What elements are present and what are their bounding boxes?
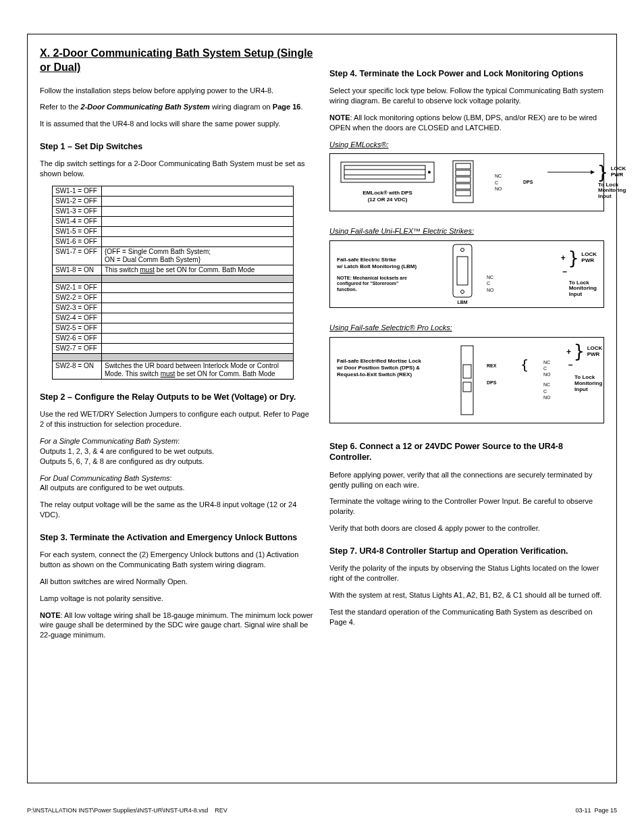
svg-rect-6 bbox=[456, 163, 471, 169]
step1-title: Step 1 – Set Dip Switches bbox=[40, 141, 315, 152]
footer: P:\INSTALLATION INST\Power Supplies\INST… bbox=[27, 807, 617, 814]
svg-rect-7 bbox=[456, 170, 471, 176]
section-title: X. 2-Door Communicating Bath System Setu… bbox=[40, 47, 315, 75]
step4-title: Step 4. Terminate the Lock Power and Loc… bbox=[329, 68, 604, 79]
svg-rect-17 bbox=[461, 346, 473, 415]
step3-p1: For each system, connect the (2) Emergen… bbox=[40, 550, 315, 570]
step2-single: For a Single Communicating Bath System: … bbox=[40, 436, 315, 467]
emlock-icon bbox=[340, 161, 435, 184]
left-column: X. 2-Door Communicating Bath System Setu… bbox=[40, 47, 315, 775]
right-column: Step 4. Terminate the Lock Power and Loc… bbox=[329, 47, 604, 775]
step6-p2: Terminate the voltage wiring to the Cont… bbox=[329, 496, 604, 517]
strike-icon bbox=[450, 243, 475, 298]
svg-rect-9 bbox=[456, 184, 471, 189]
step7-title: Step 7. UR4-8 Controller Startup and Ope… bbox=[329, 546, 604, 556]
intro-3: It is assumed that the UR4-8 and locks w… bbox=[40, 119, 315, 129]
svg-rect-18 bbox=[463, 365, 471, 378]
using-selectric: Using Fail-safe Selectric® Pro Locks: bbox=[329, 323, 604, 333]
svg-rect-1 bbox=[344, 165, 425, 179]
step3-note: NOTE: All low voltage wiring shall be 18… bbox=[40, 610, 315, 641]
svg-point-4 bbox=[428, 171, 431, 174]
step3-p3: Lamp voltage is not polarity sensitive. bbox=[40, 594, 315, 604]
svg-rect-10 bbox=[456, 190, 471, 196]
using-uniflex: Using Fail-safe Uni-FLEX™ Electric Strik… bbox=[329, 226, 604, 236]
step7-p2: With the system at rest, Status Lights A… bbox=[329, 590, 604, 600]
diagram-uniflex: Fail-safe Electric Strike w/ Latch Bolt … bbox=[329, 240, 604, 308]
step6-p1: Before applying power, verify that all t… bbox=[329, 470, 604, 490]
content-frame: X. 2-Door Communicating Bath System Setu… bbox=[27, 34, 617, 783]
diagram-emlock: EMLock® with DPS (12 OR 24 VDC) bbox=[329, 153, 604, 211]
svg-rect-8 bbox=[456, 177, 471, 182]
svg-point-15 bbox=[461, 249, 464, 252]
step7-p3: Test the standard operation of the Commu… bbox=[329, 607, 604, 627]
svg-rect-13 bbox=[453, 244, 472, 297]
step2-title: Step 2 – Configure the Relay Outputs to … bbox=[40, 392, 315, 402]
mortise-lock-icon bbox=[460, 344, 475, 416]
dip-switch-table: SW1-1 = OFF SW1-2 = OFF SW1-3 = OFF SW1-… bbox=[52, 186, 294, 380]
using-emlocks: Using EMLocks®: bbox=[329, 140, 604, 150]
step3-title: Step 3. Terminate the Activation and Eme… bbox=[40, 532, 315, 543]
step6-p3: Verify that both doors are closed & appl… bbox=[329, 523, 604, 533]
step7-p1: Verify the polarity of the inputs by obs… bbox=[329, 563, 604, 583]
svg-rect-19 bbox=[463, 382, 471, 392]
diagram-selectric: Fail-safe Electrified Mortise Lock w/ Do… bbox=[329, 337, 604, 423]
step1-text: The dip switch settings for a 2-Door Com… bbox=[40, 159, 315, 179]
step4-p1: Select your specific lock type below. Fo… bbox=[329, 86, 604, 106]
step2-dual: For Dual Communicating Bath Systems: All… bbox=[40, 473, 315, 494]
step6-title: Step 6. Connect a 12 or 24VDC Power Sour… bbox=[329, 441, 604, 463]
step2-p1: Use the red WET/DRY Selection Jumpers to… bbox=[40, 409, 315, 429]
step3-p2: All button switches are wired Normally O… bbox=[40, 577, 315, 587]
svg-point-16 bbox=[461, 290, 464, 294]
step4-note: NOTE: All lock monitoring options below … bbox=[329, 113, 604, 133]
svg-rect-14 bbox=[457, 257, 468, 285]
intro-2: Refer to the 2-Door Communicating Bath S… bbox=[40, 102, 315, 112]
arrow-icon bbox=[547, 169, 595, 176]
page: X. 2-Door Communicating Bath System Setu… bbox=[0, 0, 644, 834]
terminal-block-icon bbox=[446, 159, 480, 204]
svg-marker-12 bbox=[591, 170, 595, 174]
step2-p4: The relay output voltage will be the sam… bbox=[40, 500, 315, 520]
intro-1: Follow the installation steps below befo… bbox=[40, 86, 315, 96]
